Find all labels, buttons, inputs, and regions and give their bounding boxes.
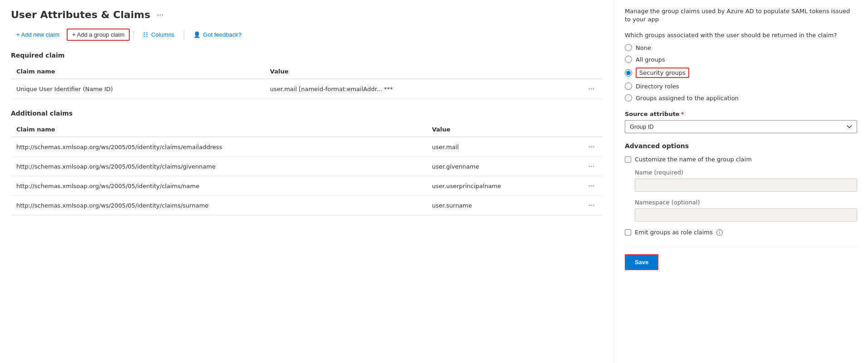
radio-label-all_groups: All groups [636,56,665,63]
table-row: http://schemas.xmlsoap.org/ws/2005/05/id… [11,137,603,157]
radio-item-groups_assigned[interactable]: Groups assigned to the application [625,94,857,102]
additional-col-value: Value [427,122,580,137]
radio-input-all_groups[interactable] [625,56,632,63]
radio-label-groups_assigned: Groups assigned to the application [636,95,739,102]
required-star: * [681,111,684,117]
required-col-claim-name: Claim name [11,64,265,79]
radio-label-security_groups: Security groups [636,68,689,78]
claim-name-cell: Unique User Identifier (Name ID) [11,79,265,99]
radio-item-directory_roles[interactable]: Directory roles [625,82,857,90]
source-attribute-section: Source attribute * Group IDsAMAccountNam… [625,111,857,133]
table-row: http://schemas.xmlsoap.org/ws/2005/05/id… [11,157,603,176]
emit-role-claims-checkbox[interactable] [625,229,631,236]
ellipsis-button[interactable]: ··· [155,9,165,20]
radio-input-security_groups[interactable] [625,69,632,77]
name-required-label: Name (required) [635,169,857,176]
save-button[interactable]: Save [625,254,658,270]
required-section-title: Required claim [11,52,603,59]
row-more-button[interactable]: ··· [586,161,597,171]
feedback-icon: 👤 [193,31,201,38]
radio-item-security_groups[interactable]: Security groups [625,68,857,78]
namespace-optional-input[interactable] [635,208,857,222]
emit-role-claims-checkbox-label[interactable]: Emit groups as role claims i [625,229,857,236]
source-attribute-dropdown[interactable]: Group IDsAMAccountNameNetbiosDomainName\… [625,120,857,133]
claim-value-cell: user.surname [427,196,580,215]
save-section: Save [625,247,857,270]
claim-name-cell: http://schemas.xmlsoap.org/ws/2005/05/id… [11,196,427,215]
toolbar: + Add new claim + Add a group claim ☷ Co… [11,29,603,41]
info-icon[interactable]: i [716,229,723,236]
row-more-button[interactable]: ··· [586,200,597,210]
table-row: http://schemas.xmlsoap.org/ws/2005/05/id… [11,196,603,215]
right-panel: Manage the group claims used by Azure AD… [614,0,868,363]
additional-section-title: Additional claims [11,110,603,117]
namespace-optional-section: Namespace (optional) [635,199,857,229]
source-attribute-dropdown-wrapper: Group IDsAMAccountNameNetbiosDomainName\… [625,120,857,133]
claim-name-cell: http://schemas.xmlsoap.org/ws/2005/05/id… [11,137,427,157]
radio-item-none[interactable]: None [625,44,857,51]
additional-col-claim-name: Claim name [11,122,427,137]
required-col-value: Value [265,64,580,79]
columns-label: Columns [151,31,174,38]
name-required-section: Name (required) [635,169,857,199]
row-more-button[interactable]: ··· [586,142,597,152]
table-row: http://schemas.xmlsoap.org/ws/2005/05/id… [11,176,603,196]
claim-name-cell: http://schemas.xmlsoap.org/ws/2005/05/id… [11,176,427,196]
claim-value-cell: user.mail [427,137,580,157]
radio-item-all_groups[interactable]: All groups [625,56,857,63]
radio-label-none: None [636,44,651,51]
radio-input-directory_roles[interactable] [625,82,632,90]
columns-button[interactable]: ☷ Columns [137,29,180,41]
left-panel: User Attributes & Claims ··· + Add new c… [0,0,614,363]
customize-name-checkbox[interactable] [625,156,631,163]
source-attribute-label: Source attribute * [625,111,857,117]
page-title: User Attributes & Claims [11,9,150,20]
claim-value-cell: user.givenname [427,157,580,176]
radio-input-none[interactable] [625,44,632,51]
add-new-claim-button[interactable]: + Add new claim [11,29,65,41]
row-more-button[interactable]: ··· [586,84,597,94]
feedback-label: Got feedback? [203,31,242,38]
radio-group: None All groups Security groups Director… [625,44,857,102]
claim-value-cell: user.userprincipalname [427,176,580,196]
customize-name-checkbox-label[interactable]: Customize the name of the group claim [625,156,857,163]
add-new-claim-label: + Add new claim [16,31,59,38]
row-more-button[interactable]: ··· [586,181,597,191]
columns-icon: ☷ [143,31,148,38]
toolbar-divider [133,30,134,39]
feedback-button[interactable]: 👤 Got feedback? [188,29,247,41]
panel-question: Which groups associated with the user sh… [625,32,857,39]
panel-description: Manage the group claims used by Azure AD… [625,7,857,24]
add-group-claim-button[interactable]: + Add a group claim [67,29,130,41]
add-group-claim-label: + Add a group claim [72,31,124,38]
radio-input-groups_assigned[interactable] [625,94,632,102]
customize-name-label: Customize the name of the group claim [635,156,752,163]
toolbar-divider-2 [184,30,184,39]
advanced-options-title: Advanced options [625,142,857,150]
claim-value-cell: user.mail [nameid-format:emailAddr... **… [265,79,580,99]
radio-label-directory_roles: Directory roles [636,83,679,90]
required-claims-table: Claim name Value Unique User Identifier … [11,64,603,99]
emit-role-claims-label: Emit groups as role claims [635,229,713,236]
name-required-input[interactable] [635,179,857,192]
claim-name-cell: http://schemas.xmlsoap.org/ws/2005/05/id… [11,157,427,176]
namespace-optional-label: Namespace (optional) [635,199,857,206]
page-title-container: User Attributes & Claims ··· [11,9,603,20]
table-row: Unique User Identifier (Name ID) user.ma… [11,79,603,99]
additional-claims-table: Claim name Value http://schemas.xmlsoap.… [11,122,603,215]
